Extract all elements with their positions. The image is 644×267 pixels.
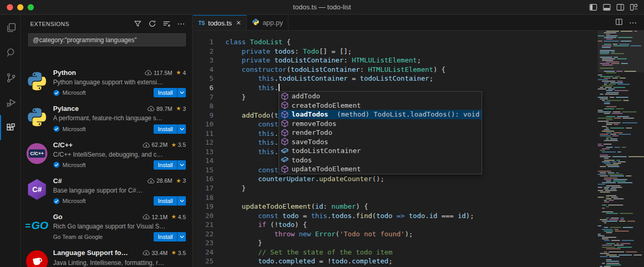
code-line[interactable]: 25 todo.completed = !todo.completed;: [193, 257, 598, 266]
install-dropdown-button[interactable]: [177, 196, 186, 206]
extensions-search-box: [28, 33, 186, 46]
code-line[interactable]: 22 throw new Error('Todo not found');: [193, 229, 598, 238]
sidebar-title: EXTENSIONS: [30, 21, 133, 27]
go-logo-icon: GO: [26, 219, 48, 232]
typescript-file-icon: TS: [198, 20, 205, 26]
editor-more-actions-icon[interactable]: ⋯: [629, 18, 637, 28]
extension-list-item[interactable]: GOGo12.1M★4.5Rich Go language support fo…: [21, 209, 192, 245]
code-line[interactable]: 16 counterUpdater.updateCounter();: [193, 174, 598, 184]
extension-publisher: Microsoft: [62, 90, 86, 96]
source-control-icon: [5, 72, 17, 84]
method-symbol-icon: [281, 110, 289, 119]
line-number: 23: [193, 239, 213, 247]
extension-downloads: 62.2M: [151, 142, 168, 148]
code-line[interactable]: 21 if (!todo) {: [193, 220, 598, 230]
tab-app-py[interactable]: app.py: [247, 15, 288, 30]
code-line[interactable]: 2 private todos: Todo[] = [];: [193, 47, 598, 56]
extension-list-item[interactable]: C#C#28.6M★3Base language support for C#……: [21, 173, 192, 209]
downloads-icon: [143, 142, 150, 148]
close-tab-icon[interactable]: ✕: [236, 19, 241, 27]
suggest-label: addTodo: [292, 92, 320, 100]
suggest-item[interactable]: loadTodos(method) TodoList.loadTodos(): …: [279, 110, 482, 119]
line-number: 21: [193, 221, 213, 228]
toggle-primary-sidebar-icon[interactable]: [589, 4, 597, 11]
install-split-button: Install: [154, 232, 186, 241]
code-line[interactable]: 17 }: [193, 184, 598, 193]
suggest-item[interactable]: removeTodos: [279, 119, 482, 129]
refresh-icon[interactable]: [147, 19, 157, 29]
install-dropdown-button[interactable]: [177, 124, 186, 134]
sidebar-item-source-control[interactable]: [0, 65, 21, 90]
method-symbol-icon: [281, 129, 289, 137]
install-split-button: Install: [154, 160, 186, 170]
code-line[interactable]: 3 private todoListContainer: HTMLUListEl…: [193, 56, 598, 65]
downloads-icon: [145, 70, 152, 75]
extensions-search-input[interactable]: [29, 36, 185, 44]
install-button[interactable]: Install: [154, 124, 177, 134]
close-window-button[interactable]: [7, 4, 13, 10]
suggest-item[interactable]: saveTodos: [279, 137, 482, 147]
split-editor-icon[interactable]: [615, 18, 623, 28]
rating-star-icon: ★: [176, 177, 181, 184]
line-number: 3: [193, 56, 213, 64]
extension-list-item[interactable]: Language Support fo…33.4M★3.5Java Lintin…: [21, 245, 192, 267]
extension-downloads: 28.6M: [156, 177, 172, 184]
install-button[interactable]: Install: [154, 232, 177, 241]
extension-downloads: 33.4M: [151, 250, 168, 256]
filter-icon[interactable]: [133, 19, 142, 29]
install-dropdown-button[interactable]: [177, 160, 186, 170]
code-line[interactable]: 23 }: [193, 238, 598, 248]
code-line[interactable]: 24 // Set the state of the todo item: [193, 248, 598, 257]
field-symbol-icon: [281, 156, 289, 164]
install-dropdown-button[interactable]: [177, 232, 186, 241]
python-logo-icon: [27, 71, 47, 92]
minimize-window-button[interactable]: [17, 4, 23, 10]
install-button[interactable]: Install: [154, 88, 177, 97]
code-line[interactable]: 1class TodoList {: [193, 37, 598, 47]
customize-layout-icon[interactable]: [630, 4, 638, 11]
maximize-window-button[interactable]: [28, 4, 34, 10]
traffic-lights: [0, 4, 34, 10]
suggest-item[interactable]: todoListContainer: [279, 146, 482, 156]
suggest-item[interactable]: todos: [279, 156, 482, 165]
extension-list-item[interactable]: Pylance89.7M★3A performant, feature-rich…: [21, 100, 192, 136]
extension-list-item[interactable]: C/C++C/C++62.2M★3.5C/C++ IntelliSense, d…: [21, 137, 192, 173]
suggest-item[interactable]: renderTodo: [279, 128, 482, 137]
extension-rating: 4: [183, 70, 186, 76]
extension-name: Go: [53, 213, 62, 221]
install-split-button: Install: [154, 88, 186, 97]
install-button[interactable]: Install: [154, 196, 177, 206]
sidebar-item-extensions[interactable]: [0, 115, 21, 140]
code-line[interactable]: 4 constructor(todoListContainer: HTMLULi…: [193, 65, 598, 74]
suggest-item[interactable]: updateTodoElement: [279, 164, 482, 174]
extension-description: Base language support for C#…: [53, 187, 186, 194]
install-dropdown-button[interactable]: [177, 88, 186, 97]
sidebar-item-explorer[interactable]: [0, 15, 21, 40]
line-number: 7: [193, 93, 213, 101]
toggle-secondary-sidebar-icon[interactable]: [616, 4, 624, 11]
line-number: 14: [193, 157, 213, 164]
rating-star-icon: ★: [176, 105, 181, 112]
suggest-item[interactable]: createTodoElement: [279, 101, 482, 110]
clear-search-results-icon[interactable]: [162, 19, 171, 29]
code-line[interactable]: 19 updateTodoElement(id: number) {: [193, 202, 598, 211]
code-line[interactable]: 5 this.todoListContainer = todoListConta…: [193, 74, 598, 83]
sidebar-item-run-debug[interactable]: [0, 90, 21, 115]
more-actions-icon[interactable]: ⋯: [176, 19, 186, 29]
code-line[interactable]: 20 const todo = this.todos.find(todo => …: [193, 211, 598, 220]
extension-publisher: Microsoft: [62, 162, 86, 168]
line-number: 5: [193, 74, 213, 82]
cpp-logo-icon: C/C++: [27, 143, 47, 164]
tab-todos-ts[interactable]: TS todos.ts ✕: [193, 15, 247, 30]
toggle-panel-icon[interactable]: [603, 4, 611, 11]
minimap[interactable]: [598, 31, 644, 267]
install-button[interactable]: Install: [154, 160, 177, 170]
method-symbol-icon: [281, 119, 289, 128]
rating-star-icon: ★: [171, 142, 176, 148]
minimap-slider[interactable]: [598, 31, 644, 72]
sidebar-item-search[interactable]: [0, 40, 21, 65]
extension-list-item[interactable]: Python117.5M★4Python language support wi…: [21, 65, 192, 100]
suggest-item[interactable]: addTodo: [279, 92, 482, 101]
rating-star-icon: ★: [171, 213, 176, 220]
code-line[interactable]: 18: [193, 193, 598, 202]
